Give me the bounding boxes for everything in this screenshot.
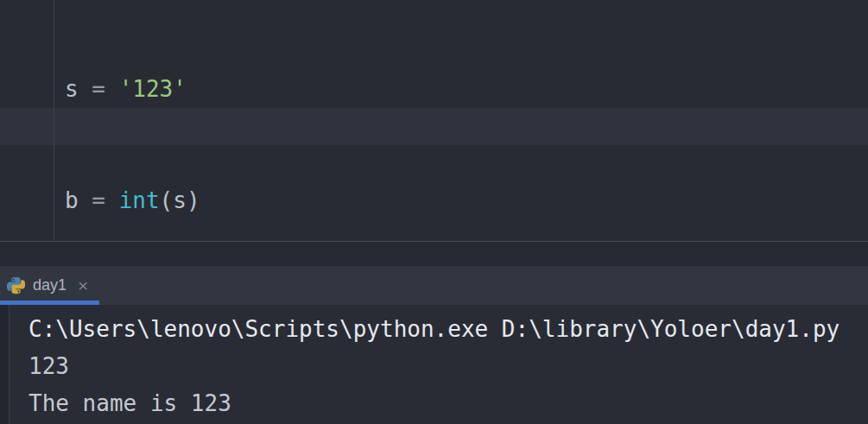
editor-pane[interactable]: s = '123' b = int(s) s2 = 'The name is '…: [0, 0, 868, 241]
code-token: s: [65, 76, 79, 102]
code-token: int: [119, 187, 160, 213]
run-tool-window-header: [0, 242, 868, 266]
code-line[interactable]: b = int(s): [65, 182, 443, 219]
console-rail-separator: [9, 305, 10, 424]
console-output: C:\Users\lenovo\Scripts\python.exe D:\li…: [29, 311, 839, 422]
tab-label: day1: [33, 276, 67, 294]
code-token: (s): [160, 187, 200, 213]
console-line: C:\Users\lenovo\Scripts\python.exe D:\li…: [29, 311, 839, 348]
console-line: The name is 123: [29, 385, 839, 422]
console-left-rail: [0, 305, 9, 424]
code-line[interactable]: s = '123': [65, 71, 443, 108]
code-token: =: [79, 187, 119, 213]
run-console[interactable]: C:\Users\lenovo\Scripts\python.exe D:\li…: [0, 305, 868, 424]
run-tab-strip: day1 ×: [0, 266, 868, 305]
tab-close-icon[interactable]: ×: [78, 276, 88, 294]
console-tab-day1[interactable]: day1 ×: [0, 266, 100, 305]
code-token: b: [65, 187, 79, 213]
code-token: =: [79, 76, 119, 102]
console-line: 123: [29, 348, 839, 385]
gutter-separator: [54, 0, 54, 240]
code-token: '123': [119, 76, 187, 102]
python-icon: [7, 276, 25, 294]
